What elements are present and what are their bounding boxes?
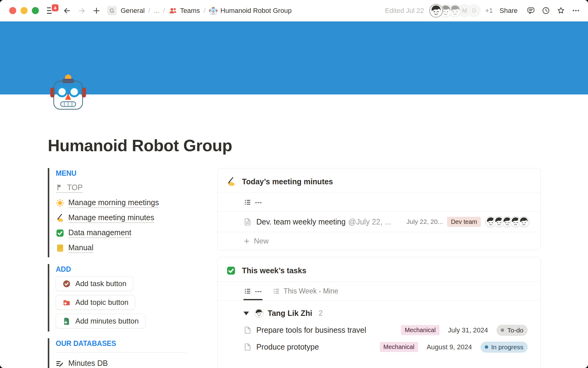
avatar bbox=[518, 216, 530, 228]
group-name: Tang Lik Zhi bbox=[268, 309, 312, 318]
workspace-badge[interactable]: G bbox=[107, 6, 117, 15]
page-icon-robot[interactable] bbox=[50, 74, 86, 110]
more-options-icon[interactable] bbox=[572, 6, 580, 15]
status-dot-icon bbox=[485, 345, 488, 349]
add-button-label: Add task button bbox=[75, 279, 126, 288]
breadcrumb-separator: / bbox=[204, 7, 205, 15]
minimize-window-button[interactable] bbox=[21, 7, 28, 14]
breadcrumb-general[interactable]: General bbox=[121, 7, 145, 15]
page-title[interactable]: Humanoid Robot Group bbox=[48, 136, 541, 155]
minutes-row-title: Dev. team weekly meeting bbox=[256, 217, 345, 226]
database-link-minutes-db[interactable]: Minutes DB bbox=[56, 359, 190, 368]
green-check-icon bbox=[226, 266, 236, 275]
add-button-label: Add topic button bbox=[75, 298, 128, 307]
task-check-icon bbox=[62, 280, 71, 288]
breadcrumb-current-page[interactable]: Humanoid Robot Group bbox=[209, 6, 292, 15]
task-row[interactable]: Produce prototype Mechanical August 9, 2… bbox=[218, 339, 541, 355]
minutes-row-date[interactable]: July 22, 20... bbox=[406, 218, 443, 225]
favorite-star-icon[interactable] bbox=[557, 6, 565, 15]
due-date[interactable]: August 9, 2024 bbox=[427, 343, 472, 351]
bulleted-list-icon bbox=[244, 288, 251, 295]
breadcrumb-teams[interactable]: Teams bbox=[169, 6, 200, 15]
view-tab-default[interactable]: --- bbox=[244, 193, 262, 211]
traffic-lights bbox=[9, 7, 39, 14]
memo-icon bbox=[56, 360, 64, 368]
topic-folder-icon bbox=[62, 298, 71, 307]
breadcrumb: General / ... / Teams / Humanoid Robot G… bbox=[121, 6, 292, 15]
avatar-overflow-count[interactable]: +1 bbox=[485, 7, 493, 15]
window-titlebar: 4 G General / ... / Teams / Humanoid Rob… bbox=[0, 0, 588, 21]
view-tab-label: --- bbox=[255, 198, 262, 206]
collapse-triangle-icon[interactable] bbox=[243, 312, 249, 315]
robot-emoji-icon bbox=[209, 6, 217, 15]
last-edited-label: Edited Jul 22 bbox=[385, 7, 424, 15]
add-minutes-button[interactable]: Add minutes button bbox=[56, 314, 145, 328]
card-title: Today’s meeting minutes bbox=[242, 177, 333, 186]
share-button[interactable]: Share bbox=[499, 7, 518, 15]
writing-hand-icon bbox=[56, 214, 64, 222]
new-row-label: New bbox=[254, 237, 269, 245]
team-tag[interactable]: Dev team bbox=[447, 217, 481, 227]
writing-hand-icon bbox=[226, 177, 236, 186]
new-row-button[interactable]: New bbox=[218, 232, 541, 250]
category-tag[interactable]: Mechanical bbox=[380, 342, 418, 352]
status-badge[interactable]: In progress bbox=[481, 342, 528, 353]
breadcrumb-teams-label: Teams bbox=[180, 7, 200, 15]
database-view-tabs: --- bbox=[218, 193, 541, 211]
menu-link-label: Manual bbox=[68, 243, 93, 253]
menu-link-morning-meetings[interactable]: Manage morning meetings bbox=[56, 195, 190, 210]
left-column: MENU TOP Manage morning meetings Manage bbox=[48, 168, 190, 368]
menu-link-manual[interactable]: Manual bbox=[56, 240, 190, 255]
add-topic-button[interactable]: Add topic button bbox=[56, 295, 135, 310]
category-tag[interactable]: Mechanical bbox=[401, 325, 439, 335]
menu-link-label: Manage morning meetings bbox=[68, 198, 159, 208]
view-tab-label: --- bbox=[255, 287, 262, 295]
page-icon bbox=[243, 343, 252, 351]
right-column: Today’s meeting minutes --- Dev. team we… bbox=[217, 168, 541, 368]
add-heading: ADD bbox=[56, 265, 190, 274]
status-dot-icon bbox=[501, 328, 504, 332]
task-group-header[interactable]: Tang Lik Zhi 2 bbox=[218, 301, 541, 322]
breadcrumb-ellipsis[interactable]: ... bbox=[154, 7, 159, 15]
task-title: Prepare tools for business travel bbox=[256, 326, 366, 335]
add-section: ADD Add task button Add topic button bbox=[48, 264, 190, 332]
sidebar-toggle-button[interactable]: 4 bbox=[47, 7, 55, 14]
minutes-row[interactable]: Dev. team weekly meeting @July 22, ... J… bbox=[218, 212, 541, 232]
fullscreen-window-button[interactable] bbox=[32, 7, 39, 14]
card-header: This week’s tasks bbox=[218, 257, 541, 282]
minutes-file-icon bbox=[62, 317, 71, 325]
status-badge[interactable]: To-do bbox=[496, 325, 528, 336]
avatar-letter-d[interactable]: D bbox=[467, 4, 481, 17]
databases-section: OUR DATABASES Minutes DB bbox=[48, 338, 190, 368]
new-tab-button[interactable] bbox=[92, 7, 100, 15]
view-tab-this-week-mine[interactable]: This Week - Mine bbox=[273, 282, 338, 300]
task-row[interactable]: Prepare tools for business travel Mechan… bbox=[218, 322, 541, 339]
menu-link-top[interactable]: TOP bbox=[56, 180, 190, 195]
avatar[interactable] bbox=[429, 4, 443, 17]
menu-heading: MENU bbox=[56, 169, 190, 178]
history-clock-icon[interactable] bbox=[542, 6, 550, 15]
menu-link-data-management[interactable]: Data management bbox=[56, 225, 190, 240]
page-icon bbox=[243, 218, 252, 226]
comments-icon[interactable] bbox=[527, 6, 535, 15]
breadcrumb-separator: / bbox=[163, 7, 165, 15]
menu-link-label: Manage meeting minutes bbox=[68, 213, 154, 223]
menu-link-meeting-minutes[interactable]: Manage meeting minutes bbox=[56, 210, 190, 225]
close-window-button[interactable] bbox=[9, 7, 16, 14]
menu-link-label: TOP bbox=[67, 183, 83, 192]
group-count: 2 bbox=[318, 309, 322, 317]
weekly-tasks-card: This week’s tasks --- This Week - Mine bbox=[217, 257, 541, 368]
due-date[interactable]: July 31, 2024 bbox=[448, 326, 488, 334]
teams-people-icon bbox=[169, 6, 177, 15]
ledger-icon bbox=[56, 244, 64, 252]
back-button[interactable] bbox=[63, 7, 71, 15]
attendee-avatars[interactable] bbox=[485, 216, 530, 228]
view-tab-default[interactable]: --- bbox=[244, 282, 262, 300]
add-task-button[interactable]: Add task button bbox=[56, 276, 133, 291]
meeting-minutes-card: Today’s meeting minutes --- Dev. team we… bbox=[217, 168, 541, 250]
forward-button[interactable] bbox=[78, 7, 86, 15]
collaborator-avatars[interactable]: M D bbox=[429, 4, 481, 17]
database-view-tabs: --- This Week - Mine bbox=[218, 282, 541, 300]
task-title: Produce prototype bbox=[256, 343, 319, 351]
divider bbox=[56, 352, 186, 353]
